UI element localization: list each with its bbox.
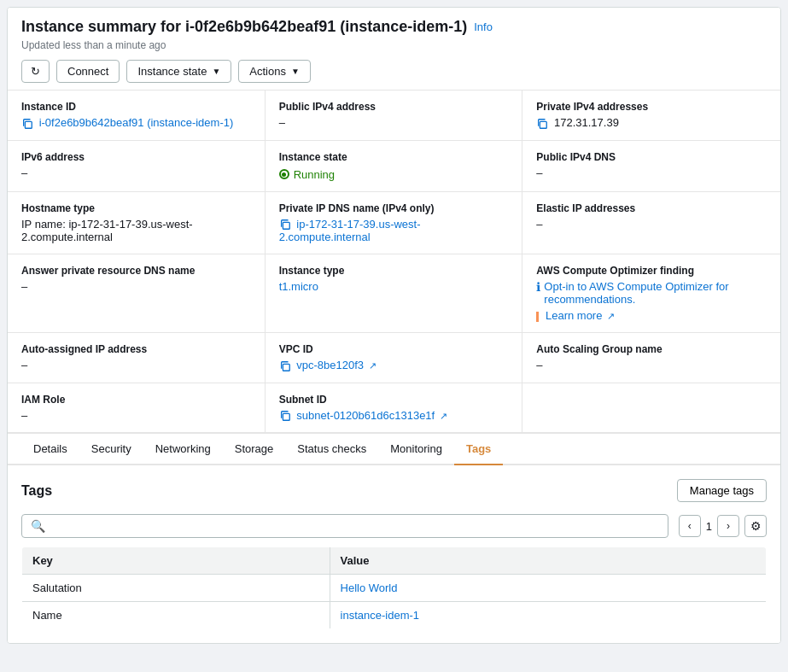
vpc-id-label: VPC ID <box>279 343 509 355</box>
hostname-label: Hostname type <box>21 202 251 214</box>
search-row: 🔍 ‹ 1 › ⚙ <box>21 514 767 538</box>
info-link[interactable]: Info <box>474 20 493 33</box>
table-settings-button[interactable]: ⚙ <box>744 515 767 537</box>
svg-rect-3 <box>283 364 289 371</box>
subnet-id-label: Subnet ID <box>279 394 509 406</box>
answer-dns-cell: Answer private resource DNS name – <box>8 254 266 333</box>
optimizer-info: ℹ Opt-in to AWS Compute Optimizer for re… <box>536 280 767 306</box>
svg-rect-1 <box>540 121 547 128</box>
divider-bar-icon <box>536 312 539 322</box>
public-dns-label: Public IPv4 DNS <box>536 151 767 163</box>
refresh-icon: ↻ <box>31 65 40 78</box>
private-ipv4-label: Private IPv4 addresses <box>536 101 767 113</box>
tab-monitoring[interactable]: Monitoring <box>378 434 454 465</box>
tabs-bar: Details Security Networking Storage Stat… <box>8 434 780 465</box>
table-row: SalutationHello World <box>22 575 767 602</box>
info-grid: Instance ID i-0f2e6b9b642beaf91 (instanc… <box>8 91 780 434</box>
actions-button[interactable]: Actions ▼ <box>238 60 311 83</box>
tag-value-link[interactable]: Hello World <box>341 581 398 594</box>
iam-value: – <box>21 409 251 422</box>
header: Instance summary for i-0f2e6b9b642beaf91… <box>8 8 780 91</box>
ipv6-value: – <box>21 167 251 179</box>
copy-private-ip-icon[interactable] <box>536 118 548 130</box>
elastic-ip-cell: Elastic IP addresses – <box>522 192 780 255</box>
tag-key-cell: Salutation <box>22 575 330 602</box>
tab-details[interactable]: Details <box>21 434 79 465</box>
tab-status-checks[interactable]: Status checks <box>285 434 378 465</box>
public-ipv4-label: Public IPv4 address <box>279 101 509 113</box>
answer-dns-value: – <box>21 280 251 293</box>
copy-private-dns-icon[interactable] <box>279 219 291 231</box>
private-dns-cell: Private IP DNS name (IPv4 only) ip-172-3… <box>266 192 523 255</box>
tag-value-cell: Hello World <box>330 575 766 602</box>
copy-subnet-icon[interactable] <box>279 410 291 422</box>
public-ipv4-value: – <box>279 116 509 129</box>
subnet-external-icon: ↗ <box>440 411 447 421</box>
private-ipv4-value: 172.31.17.39 <box>536 116 767 130</box>
auto-ip-label: Auto-assigned IP address <box>21 343 251 355</box>
refresh-button[interactable]: ↻ <box>21 60 50 83</box>
connect-button[interactable]: Connect <box>56 60 120 83</box>
subnet-id-link[interactable]: subnet-0120b61d6c1313e1f <box>296 409 435 422</box>
autoscaling-value: – <box>536 359 767 371</box>
svg-rect-2 <box>283 223 289 230</box>
next-page-button[interactable]: › <box>717 515 739 537</box>
tab-security[interactable]: Security <box>79 434 143 465</box>
search-wrapper: 🔍 <box>21 514 668 538</box>
tag-value-link[interactable]: instance-idem-1 <box>341 609 420 622</box>
page-container: Instance summary for i-0f2e6b9b642beaf91… <box>7 7 781 644</box>
public-dns-cell: Public IPv4 DNS – <box>522 141 780 192</box>
actions-dropdown-arrow: ▼ <box>291 67 300 76</box>
svg-rect-4 <box>283 414 289 421</box>
table-row: Nameinstance-idem-1 <box>22 602 767 629</box>
manage-tags-button[interactable]: Manage tags <box>677 479 767 502</box>
ipv6-label: IPv6 address <box>21 151 251 163</box>
instance-state-button[interactable]: Instance state ▼ <box>126 60 231 83</box>
tab-storage[interactable]: Storage <box>223 434 286 465</box>
iam-cell: IAM Role – <box>8 383 266 434</box>
optimizer-link[interactable]: Opt-in to AWS Compute Optimizer for reco… <box>544 280 767 306</box>
search-icon: 🔍 <box>31 519 45 533</box>
running-dot-icon <box>279 169 289 179</box>
info-circle-icon: ℹ <box>536 280 540 294</box>
autoscaling-label: Auto Scaling Group name <box>536 343 767 355</box>
public-dns-value: – <box>536 167 767 179</box>
tags-search-input[interactable] <box>52 520 659 533</box>
tab-networking[interactable]: Networking <box>143 434 223 465</box>
private-dns-link[interactable]: ip-172-31-17-39.us-west-2.compute.intern… <box>279 218 421 244</box>
instance-state-field-value: Running <box>279 167 509 181</box>
instance-state-cell: Instance state Running <box>266 141 523 192</box>
subnet-id-value: subnet-0120b61d6c1313e1f ↗ <box>279 409 509 423</box>
instance-type-cell: Instance type t1.micro <box>266 254 523 333</box>
instance-id-link[interactable]: i-0f2e6b9b642beaf91 (instance-idem-1) <box>39 116 234 129</box>
instance-state-dropdown-arrow: ▼ <box>212 67 220 76</box>
copy-icon[interactable] <box>21 118 33 130</box>
private-dns-value: ip-172-31-17-39.us-west-2.compute.intern… <box>279 218 509 244</box>
vpc-id-link[interactable]: vpc-8be120f3 <box>296 359 364 371</box>
external-link-icon: ↗ <box>607 311 615 321</box>
vpc-external-icon: ↗ <box>369 360 376 371</box>
public-ipv4-cell: Public IPv4 address – <box>266 91 523 141</box>
tags-table-header-row: Key Value <box>22 547 767 575</box>
private-dns-label: Private IP DNS name (IPv4 only) <box>279 202 509 214</box>
ipv6-cell: IPv6 address – <box>8 141 266 192</box>
answer-dns-label: Answer private resource DNS name <box>21 265 251 277</box>
tag-key-cell: Name <box>22 602 330 629</box>
vpc-id-value: vpc-8be120f3 ↗ <box>279 359 509 372</box>
prev-page-button[interactable]: ‹ <box>679 515 701 537</box>
tags-table: Key Value SalutationHello WorldNameinsta… <box>21 546 767 629</box>
tab-content-tags: Tags Manage tags 🔍 ‹ 1 › ⚙ Key Value <box>8 465 780 643</box>
copy-vpc-icon[interactable] <box>279 360 291 372</box>
running-badge: Running <box>279 168 335 181</box>
optimizer-cell: AWS Compute Optimizer finding ℹ Opt-in t… <box>522 254 780 333</box>
instance-id-value: i-0f2e6b9b642beaf91 (instance-idem-1) <box>21 116 251 130</box>
auto-ip-value: – <box>21 359 251 371</box>
svg-rect-0 <box>25 121 32 128</box>
subnet-id-cell: Subnet ID subnet-0120b61d6c1313e1f ↗ <box>266 383 523 434</box>
learn-more-link[interactable]: Learn more <box>546 309 602 322</box>
hostname-value: IP name: ip-172-31-17-39.us-west-2.compu… <box>21 218 251 243</box>
tab-tags[interactable]: Tags <box>454 434 503 465</box>
elastic-ip-value: – <box>536 218 767 231</box>
page-title: Instance summary for i-0f2e6b9b642beaf91… <box>21 18 467 36</box>
elastic-ip-label: Elastic IP addresses <box>536 202 767 214</box>
